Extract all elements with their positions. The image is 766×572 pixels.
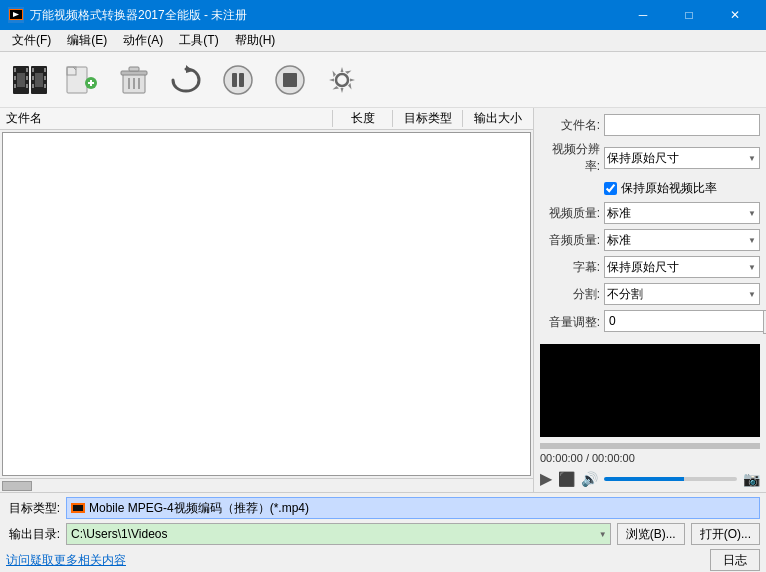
pause-button[interactable] — [214, 56, 262, 104]
close-button[interactable]: ✕ — [712, 0, 758, 30]
seek-bar[interactable] — [540, 443, 760, 449]
time-current: 00:00:00 — [540, 452, 583, 464]
filename-input[interactable] — [604, 114, 760, 136]
player-controls: 00:00:00 / 00:00:00 ▶ ⬛ 🔊 📷 — [534, 441, 766, 492]
subtitle-select[interactable]: 保持原始尺寸 — [604, 256, 760, 278]
svg-rect-37 — [283, 73, 297, 87]
menu-tools[interactable]: 工具(T) — [171, 30, 226, 52]
content-row: 文件名 长度 目标类型 输出大小 文件名: — [0, 108, 766, 492]
volume-input[interactable] — [604, 310, 763, 332]
resolution-select[interactable]: 保持原始尺寸 — [604, 147, 760, 169]
redo-button[interactable] — [162, 56, 210, 104]
screenshot-button[interactable]: 📷 — [743, 471, 760, 487]
output-dir-label: 输出目录: — [6, 526, 60, 543]
delete-button[interactable] — [110, 56, 158, 104]
video-quality-select[interactable]: 标准 — [604, 202, 760, 224]
output-dir-row: 输出目录: C:\Users\1\Videos ▼ 浏览(B)... 打开(O)… — [6, 523, 760, 545]
svg-rect-13 — [32, 68, 34, 72]
horizontal-scrollbar[interactable] — [0, 478, 533, 492]
preview-area — [540, 344, 760, 437]
split-row: 分割: 不分割 — [540, 283, 760, 305]
settings-panel: 文件名: 视频分辨率: 保持原始尺寸 — [534, 108, 766, 340]
svg-rect-10 — [26, 84, 28, 88]
menu-action[interactable]: 动作(A) — [115, 30, 171, 52]
audio-quality-row: 音频质量: 标准 — [540, 229, 760, 251]
split-select[interactable]: 不分割 — [604, 283, 760, 305]
filename-label: 文件名: — [540, 117, 600, 134]
resolution-label: 视频分辨率: — [540, 141, 600, 175]
video-quality-label: 视频质量: — [540, 205, 600, 222]
svg-rect-7 — [14, 84, 16, 88]
svg-point-33 — [224, 66, 252, 94]
svg-rect-17 — [44, 76, 46, 80]
bottom-area: 目标类型: Mobile MPEG-4视频编码（推荐）(*.mp4) 输出目录:… — [0, 492, 766, 572]
svg-rect-11 — [17, 73, 25, 87]
filename-row: 文件名: — [540, 114, 760, 136]
menu-file[interactable]: 文件(F) — [4, 30, 59, 52]
volume-label: 音量调整: — [540, 314, 600, 331]
volume-icon: 🔊 — [581, 471, 598, 487]
title-bar: 万能视频格式转换器2017全能版 - 未注册 ─ □ ✕ — [0, 0, 766, 30]
keep-ratio-row: 保持原始视频比率 — [604, 180, 760, 197]
maximize-button[interactable]: □ — [666, 0, 712, 30]
svg-rect-27 — [121, 71, 147, 75]
film-toolbar-icon — [6, 56, 54, 104]
open-button[interactable]: 打开(O)... — [691, 523, 760, 545]
svg-rect-20 — [67, 67, 87, 93]
left-panel: 文件名 长度 目标类型 输出大小 — [0, 108, 534, 492]
keep-ratio-checkbox[interactable] — [604, 182, 617, 195]
main-wrapper: 文件名 长度 目标类型 输出大小 文件名: — [0, 108, 766, 572]
subtitle-row: 字幕: 保持原始尺寸 — [540, 256, 760, 278]
target-type-row: 目标类型: Mobile MPEG-4视频编码（推荐）(*.mp4) — [6, 497, 760, 519]
menu-edit[interactable]: 编辑(E) — [59, 30, 115, 52]
scrollbar-thumb[interactable] — [2, 481, 32, 491]
log-button[interactable]: 日志 — [710, 549, 760, 571]
svg-rect-28 — [129, 67, 139, 71]
file-table-header: 文件名 长度 目标类型 输出大小 — [0, 108, 533, 130]
minimize-button[interactable]: ─ — [620, 0, 666, 30]
svg-rect-8 — [26, 68, 28, 72]
volume-row: 音量调整: ▲ ▼ — [540, 310, 760, 334]
split-label: 分割: — [540, 286, 600, 303]
col-output-size: 输出大小 — [463, 110, 533, 127]
stop-button[interactable] — [266, 56, 314, 104]
svg-rect-15 — [32, 84, 34, 88]
app-title: 万能视频格式转换器2017全能版 - 未注册 — [30, 7, 247, 24]
player-stop-button[interactable]: ⬛ — [558, 471, 575, 487]
svg-rect-35 — [239, 73, 244, 87]
svg-rect-14 — [32, 76, 34, 80]
play-button[interactable]: ▶ — [540, 469, 552, 488]
volume-slider[interactable] — [604, 477, 737, 481]
resolution-row: 视频分辨率: 保持原始尺寸 — [540, 141, 760, 175]
menu-help[interactable]: 帮助(H) — [227, 30, 284, 52]
col-filename: 文件名 — [0, 110, 333, 127]
time-separator: / — [583, 452, 592, 464]
video-quality-row: 视频质量: 标准 — [540, 202, 760, 224]
keep-ratio-label: 保持原始视频比率 — [621, 180, 717, 197]
col-target-type: 目标类型 — [393, 110, 463, 127]
link-log-row: 访问疑取更多相关内容 日志 — [6, 549, 760, 571]
menu-bar: 文件(F) 编辑(E) 动作(A) 工具(T) 帮助(H) — [0, 30, 766, 52]
window-controls: ─ □ ✕ — [620, 0, 758, 30]
svg-rect-34 — [232, 73, 237, 87]
target-type-label: 目标类型: — [6, 500, 60, 517]
svg-rect-9 — [26, 76, 28, 80]
more-content-link[interactable]: 访问疑取更多相关内容 — [6, 552, 126, 569]
time-total: 00:00:00 — [592, 452, 635, 464]
svg-rect-5 — [14, 68, 16, 72]
svg-rect-18 — [44, 84, 46, 88]
time-display: 00:00:00 / 00:00:00 — [540, 452, 635, 464]
audio-quality-label: 音频质量: — [540, 232, 600, 249]
audio-quality-select[interactable]: 标准 — [604, 229, 760, 251]
col-duration: 长度 — [333, 110, 393, 127]
file-list[interactable] — [2, 132, 531, 476]
toolbar — [0, 52, 766, 108]
output-dir-select[interactable]: C:\Users\1\Videos — [66, 523, 611, 545]
settings-button[interactable] — [318, 56, 366, 104]
add-file-button[interactable] — [58, 56, 106, 104]
playback-buttons: ▶ ⬛ 🔊 📷 — [540, 467, 760, 490]
app-icon — [8, 7, 24, 23]
subtitle-label: 字幕: — [540, 259, 600, 276]
browse-button[interactable]: 浏览(B)... — [617, 523, 685, 545]
right-panel: 文件名: 视频分辨率: 保持原始尺寸 — [534, 108, 766, 492]
